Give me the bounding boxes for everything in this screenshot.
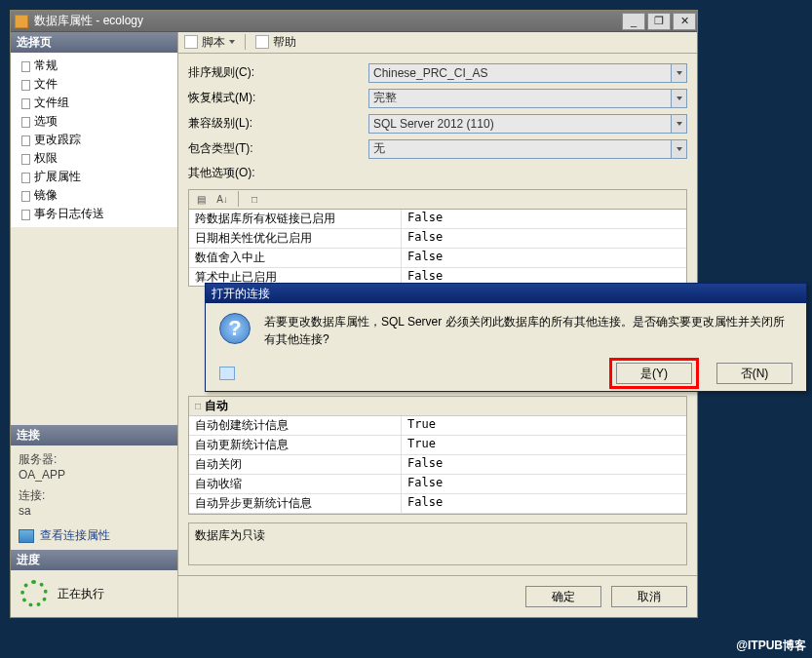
nav-mirroring[interactable]: 镜像 <box>15 186 174 205</box>
prop-val[interactable]: False <box>402 249 686 267</box>
copy-icon[interactable] <box>219 367 235 380</box>
nav-label: 选项 <box>34 113 58 130</box>
server-label: 服务器: <box>19 451 170 468</box>
ok-button[interactable]: 确定 <box>525 586 601 607</box>
view-connection-props-label: 查看连接属性 <box>40 527 110 544</box>
compat-combo[interactable]: SQL Server 2012 (110) <box>368 114 687 134</box>
view-connection-props[interactable]: 查看连接属性 <box>19 527 170 544</box>
grid-category[interactable]: 自动 <box>189 397 686 416</box>
dropdown-button[interactable] <box>671 115 686 133</box>
other-options-label: 其他选项(O): <box>188 165 368 181</box>
grid-props-icon[interactable]: □ <box>247 191 262 207</box>
dropdown-button[interactable] <box>671 64 686 82</box>
toolbar: 脚本 帮助 <box>178 32 697 54</box>
dropdown-button[interactable] <box>671 140 686 158</box>
nav-permissions[interactable]: 权限 <box>15 149 174 168</box>
prop-val[interactable]: False <box>402 229 686 248</box>
script-label: 脚本 <box>202 34 225 51</box>
connection-props-icon <box>19 529 34 543</box>
prop-key: 自动关闭 <box>189 455 402 474</box>
nav-label: 镜像 <box>34 187 58 204</box>
prop-val[interactable]: False <box>402 475 686 493</box>
description-box: 数据库为只读 <box>188 523 687 565</box>
page-icon <box>19 153 30 165</box>
conn-value: sa <box>19 504 170 518</box>
nav-options[interactable]: 选项 <box>15 112 174 131</box>
server-value: OA_APP <box>19 468 170 482</box>
prop-val[interactable]: False <box>402 455 686 474</box>
page-icon <box>19 135 30 146</box>
separator <box>238 191 239 207</box>
separator <box>245 34 246 50</box>
nav-list: 常规 文件 文件组 选项 更改跟踪 权限 扩展属性 镜像 事务日志传送 <box>11 53 177 227</box>
spinner-icon <box>20 580 48 607</box>
page-icon <box>19 190 30 202</box>
confirm-dialog: 打开的连接 ? 若要更改数据库属性，SQL Server 必须关闭此数据库的所有… <box>205 283 807 392</box>
connection-panel: 服务器: OA_APP 连接: sa 查看连接属性 <box>11 445 177 550</box>
prop-key: 自动更新统计信息 <box>189 436 402 454</box>
containment-label: 包含类型(T): <box>188 140 368 157</box>
prop-key: 自动创建统计信息 <box>189 416 402 435</box>
help-label: 帮助 <box>273 34 296 51</box>
prop-key: 跨数据库所有权链接已启用 <box>189 210 402 228</box>
property-grid-bottom[interactable]: 自动 自动创建统计信息True 自动更新统计信息True 自动关闭False 自… <box>188 396 687 515</box>
collation-combo[interactable]: Chinese_PRC_CI_AS <box>368 63 687 83</box>
script-icon <box>184 35 198 49</box>
cancel-button[interactable]: 取消 <box>611 586 687 607</box>
recovery-label: 恢复模式(M): <box>188 90 368 106</box>
dropdown-button[interactable] <box>671 90 686 107</box>
sidebar: 选择页 常规 文件 文件组 选项 更改跟踪 权限 扩展属性 镜像 事务日志传送 … <box>11 32 178 617</box>
progress-header: 进度 <box>11 550 177 570</box>
page-icon <box>19 60 30 72</box>
nav-label: 更改跟踪 <box>34 132 81 148</box>
script-button[interactable]: 脚本 <box>184 34 235 51</box>
recovery-value: 完整 <box>373 90 397 106</box>
restore-button[interactable]: ❐ <box>647 13 671 30</box>
window-title: 数据库属性 - ecology <box>34 13 621 29</box>
conn-label: 连接: <box>19 487 170 504</box>
dialog-title[interactable]: 打开的连接 <box>206 284 806 303</box>
close-button[interactable]: ✕ <box>673 13 696 30</box>
help-icon <box>255 35 269 49</box>
yes-button[interactable]: 是(Y) <box>616 363 692 384</box>
nav-general[interactable]: 常规 <box>15 57 174 75</box>
grid-row: 自动关闭False <box>189 455 686 475</box>
nav-label: 常规 <box>34 58 58 74</box>
no-button[interactable]: 否(N) <box>716 363 793 384</box>
watermark: @ITPUB博客 <box>736 638 806 654</box>
prop-val[interactable]: False <box>402 494 686 513</box>
chevron-down-icon <box>229 40 235 44</box>
minimize-button[interactable]: _ <box>622 13 645 30</box>
titlebar[interactable]: 数据库属性 - ecology _ ❐ ✕ <box>11 11 697 32</box>
grid-row: 自动更新统计信息True <box>189 436 686 455</box>
prop-key: 数值舍入中止 <box>189 249 402 267</box>
grid-row: 自动创建统计信息True <box>189 416 686 436</box>
collation-value: Chinese_PRC_CI_AS <box>373 66 487 80</box>
nav-filegroups[interactable]: 文件组 <box>15 94 174 112</box>
prop-key: 自动收缩 <box>189 475 402 493</box>
compat-value: SQL Server 2012 (110) <box>373 117 494 131</box>
grid-row: 跨数据库所有权链接已启用False <box>189 210 686 229</box>
grid-categorized-icon[interactable]: ▤ <box>193 191 209 207</box>
containment-value: 无 <box>373 140 385 157</box>
prop-val[interactable]: True <box>402 436 686 454</box>
property-grid-top[interactable]: 跨数据库所有权链接已启用False 日期相关性优化已启用False 数值舍入中止… <box>188 209 687 287</box>
help-button[interactable]: 帮助 <box>255 34 296 51</box>
containment-combo[interactable]: 无 <box>368 139 687 159</box>
prop-val[interactable]: False <box>402 210 686 228</box>
nav-changetracking[interactable]: 更改跟踪 <box>15 131 174 149</box>
nav-logshipping[interactable]: 事务日志传送 <box>15 205 174 223</box>
grid-alphabetical-icon[interactable]: A↓ <box>214 191 230 207</box>
nav-label: 权限 <box>34 150 58 167</box>
prop-key: 自动异步更新统计信息 <box>189 494 402 513</box>
prop-val[interactable]: True <box>402 416 686 435</box>
recovery-combo[interactable]: 完整 <box>368 89 687 108</box>
grid-row: 自动收缩False <box>189 475 686 494</box>
nav-extendedprops[interactable]: 扩展属性 <box>15 168 174 186</box>
database-icon <box>15 15 28 28</box>
grid-row: 数值舍入中止False <box>189 249 686 268</box>
nav-files[interactable]: 文件 <box>15 75 174 94</box>
nav-label: 文件 <box>34 76 58 93</box>
question-icon: ? <box>219 313 251 344</box>
description-title: 数据库为只读 <box>195 528 265 542</box>
